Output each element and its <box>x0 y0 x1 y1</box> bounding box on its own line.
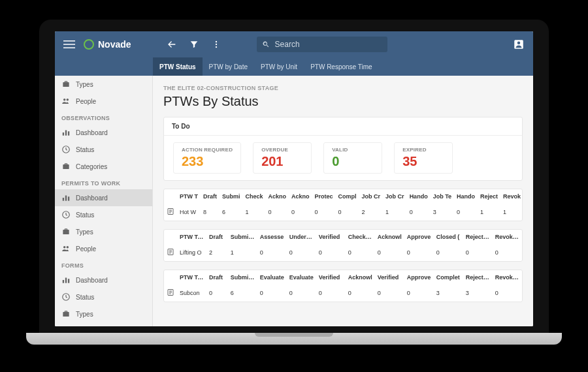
table-header: Verified <box>375 270 404 285</box>
table-row[interactable]: Subcon06000000330 <box>164 285 522 302</box>
table-cell: 6 <box>228 285 257 302</box>
people-icon <box>61 97 71 106</box>
sidebar-item-dashboard[interactable]: Dashboard <box>55 271 152 288</box>
summary-label: VALID <box>332 147 374 153</box>
table-cell: 0 <box>404 285 434 302</box>
laptop-base <box>26 333 562 345</box>
sidebar-item-label: Status <box>76 146 94 153</box>
sidebar-item-status[interactable]: Status <box>55 141 152 158</box>
summary-value: 35 <box>402 154 444 169</box>
table-header: Verified <box>316 270 346 285</box>
sidebar-header: FORMS <box>55 257 152 271</box>
summary-overdue: OVERDUE201 <box>253 142 312 174</box>
sidebar-item-dashboard[interactable]: Dashboard <box>55 189 152 206</box>
table-header: PTW T <box>177 189 201 204</box>
search-icon <box>262 40 270 48</box>
svg-point-9 <box>67 99 69 101</box>
table-header: Job Cr <box>383 189 407 204</box>
document-icon <box>164 244 177 261</box>
table-header: Ackno <box>266 189 289 204</box>
ptw-table-card: PTW TDraftSubmiCheckAcknoAcknoProtecComp… <box>163 189 523 221</box>
svg-point-8 <box>63 99 66 101</box>
filter-icon[interactable] <box>186 37 202 52</box>
table-cell: 2 <box>359 204 384 221</box>
document-icon <box>164 204 177 221</box>
sidebar-header: PERMITS TO WORK <box>55 175 152 189</box>
app-bar: Novade Search <box>55 31 533 57</box>
table-row[interactable]: Hot W86100002103011 <box>164 204 523 221</box>
svg-point-18 <box>63 246 66 249</box>
svg-rect-10 <box>63 132 64 136</box>
table-cell: 0 <box>287 244 316 261</box>
table-cell: 3 <box>431 204 454 221</box>
svg-rect-11 <box>65 131 67 136</box>
table-cell: 1 <box>500 204 523 221</box>
chart-icon <box>61 128 71 137</box>
table-header: Revoked <box>493 270 522 285</box>
table-header: Hando <box>454 189 478 204</box>
table-header: Submi <box>220 189 243 204</box>
table-cell: 0 <box>336 204 359 221</box>
table-header: Acknowl <box>346 270 375 285</box>
table-cell: 1 <box>228 244 257 261</box>
svg-rect-22 <box>68 279 69 283</box>
table-header: Complet <box>434 270 463 285</box>
sidebar-item-categories[interactable]: Categories <box>55 158 152 175</box>
summary-value: 201 <box>261 154 303 169</box>
sidebar-item-people[interactable]: People <box>55 240 152 257</box>
search-input[interactable]: Search <box>257 37 387 52</box>
brand: Novade <box>84 39 131 50</box>
app-screen: Novade Search <box>55 31 533 326</box>
back-icon[interactable] <box>164 37 180 52</box>
table-cell: 3 <box>434 285 463 302</box>
sidebar-item-label: Dashboard <box>76 129 108 136</box>
table-cell: 0 <box>316 244 346 261</box>
clock-icon <box>61 292 71 302</box>
sidebar-item-status[interactable]: Status <box>55 206 152 223</box>
sidebar-item-label: Types <box>76 81 93 88</box>
table-header: PTW Typ <box>177 270 206 285</box>
clock-icon <box>61 145 71 154</box>
tab-ptw-by-date[interactable]: PTW by Date <box>203 57 254 76</box>
briefcase-icon <box>61 80 71 89</box>
tab-ptw-response-time[interactable]: PTW Response Time <box>304 57 378 76</box>
ptw-table-card: PTW TypDraftSubmitteAssesseUndertakVerif… <box>163 229 523 262</box>
document-icon <box>164 285 177 302</box>
sidebar-item-label: Status <box>76 294 94 301</box>
sidebar-item-types[interactable]: Types <box>55 223 152 240</box>
tab-ptw-by-unit[interactable]: PTW by Unit <box>254 57 304 76</box>
sidebar-item-people[interactable]: People <box>55 93 152 110</box>
svg-point-4 <box>215 44 216 45</box>
row-label: Subcon <box>177 285 206 302</box>
table-header: Protec <box>312 189 336 204</box>
table-header: Revok <box>500 189 523 204</box>
table-header: Job Te <box>431 189 454 204</box>
people-icon <box>61 244 71 253</box>
table-cell: 0 <box>463 244 493 261</box>
tab-ptw-status[interactable]: PTW Status <box>153 57 203 76</box>
sidebar-item-label: Categories <box>76 163 107 170</box>
search-placeholder: Search <box>275 40 300 49</box>
svg-rect-16 <box>68 196 69 200</box>
table-cell: 0 <box>434 244 463 261</box>
svg-point-3 <box>215 41 216 42</box>
summary-label: OVERDUE <box>261 147 303 153</box>
menu-icon[interactable] <box>61 37 77 52</box>
sidebar-item-types[interactable]: Types <box>55 305 152 322</box>
sidebar-item-status[interactable]: Status <box>55 288 152 305</box>
sidebar-item-dashboard[interactable]: Dashboard <box>55 124 152 141</box>
account-icon[interactable] <box>511 37 527 52</box>
sidebar: TypesPeopleOBSERVATIONSDashboardStatusCa… <box>55 76 153 326</box>
table-cell: 0 <box>316 285 346 302</box>
row-label: Hot W <box>177 204 201 221</box>
sidebar-item-types[interactable]: Types <box>55 76 152 93</box>
briefcase-icon <box>61 162 71 171</box>
table-cell: 0 <box>454 204 478 221</box>
summary-label: EXPIRED <box>402 147 444 153</box>
table-header: Approve <box>404 230 434 244</box>
sidebar-item-label: Types <box>76 228 93 236</box>
table-header: Rejected <box>463 230 493 244</box>
more-icon[interactable] <box>208 37 224 52</box>
sidebar-item-label: People <box>76 245 96 253</box>
table-row[interactable]: Lifting O21000000000 <box>164 244 522 261</box>
